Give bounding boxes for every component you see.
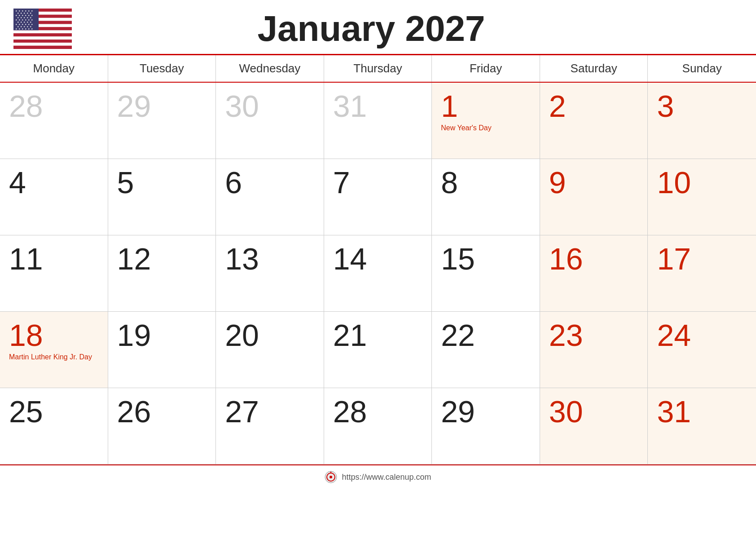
- day-cell: 1New Year's Day: [432, 83, 540, 159]
- calendar-grid: 282930311New Year's Day23456789101112131…: [0, 83, 756, 464]
- day-num: 16: [549, 243, 639, 274]
- day-cell: 8: [432, 159, 540, 235]
- day-num: 15: [441, 243, 531, 274]
- day-cell: 9: [540, 159, 648, 235]
- day-num: 31: [333, 91, 423, 121]
- day-num: 30: [225, 91, 315, 121]
- svg-rect-9: [13, 36, 72, 40]
- day-num: 23: [549, 320, 639, 350]
- header-friday: Friday: [432, 55, 540, 82]
- svg-rect-67: [330, 472, 331, 473]
- day-headers: Monday Tuesday Wednesday Thursday Friday…: [0, 55, 756, 83]
- day-cell: 15: [432, 235, 540, 312]
- day-num: 25: [9, 396, 99, 427]
- svg-rect-10: [13, 40, 72, 43]
- day-cell: 3: [648, 83, 756, 159]
- day-cell: 13: [216, 235, 324, 312]
- day-num: 8: [441, 167, 531, 198]
- day-num: 6: [225, 167, 315, 198]
- calenup-icon: [325, 471, 337, 483]
- day-num: 29: [117, 91, 207, 121]
- day-num: 2: [549, 91, 639, 121]
- month-title: January 2027: [72, 8, 743, 49]
- day-cell: 14: [324, 235, 432, 312]
- day-cell: 30: [216, 83, 324, 159]
- day-num: 9: [549, 167, 639, 198]
- day-num: 31: [657, 396, 747, 427]
- day-cell: 31: [648, 388, 756, 464]
- day-num: 30: [549, 396, 639, 427]
- day-cell: 27: [216, 388, 324, 464]
- day-num: 13: [225, 243, 315, 274]
- day-cell: 23: [540, 312, 648, 388]
- day-num: 19: [117, 320, 207, 350]
- day-num: 1: [441, 91, 531, 121]
- day-num: 28: [333, 396, 423, 427]
- day-cell: 26: [108, 388, 216, 464]
- svg-rect-8: [13, 33, 72, 36]
- day-cell: 19: [108, 312, 216, 388]
- day-num: 11: [9, 243, 99, 274]
- day-cell: 16: [540, 235, 648, 312]
- header-sunday: Sunday: [648, 55, 756, 82]
- day-cell: 29: [432, 388, 540, 464]
- day-cell: 24: [648, 312, 756, 388]
- day-num: 26: [117, 396, 207, 427]
- day-cell: 29: [108, 83, 216, 159]
- day-num: 12: [117, 243, 207, 274]
- svg-rect-12: [13, 46, 72, 49]
- day-cell: 31: [324, 83, 432, 159]
- day-cell: 30: [540, 388, 648, 464]
- header-tuesday: Tuesday: [108, 55, 216, 82]
- day-num: 10: [657, 167, 747, 198]
- calendar-footer: https://www.calenup.com: [0, 464, 756, 489]
- day-num: 28: [9, 91, 99, 121]
- header-wednesday: Wednesday: [216, 55, 324, 82]
- day-num: 22: [441, 320, 531, 350]
- footer-url: https://www.calenup.com: [342, 473, 431, 482]
- calendar-header: ★★★★★★ ★★★★★ ★★★★★★ ★★★★★ ★★★★★★ ★★★★★ ★…: [0, 0, 756, 55]
- day-num: 27: [225, 396, 315, 427]
- day-cell: 20: [216, 312, 324, 388]
- day-cell: 28: [324, 388, 432, 464]
- day-cell: 25: [0, 388, 108, 464]
- holiday-label: Martin Luther King Jr. Day: [9, 353, 99, 361]
- day-num: 3: [657, 91, 747, 121]
- day-cell: 11: [0, 235, 108, 312]
- day-cell: 22: [432, 312, 540, 388]
- svg-point-66: [330, 476, 332, 478]
- day-num: 17: [657, 243, 747, 274]
- day-cell: 12: [108, 235, 216, 312]
- holiday-label: New Year's Day: [441, 124, 531, 132]
- day-num: 20: [225, 320, 315, 350]
- day-cell: 28: [0, 83, 108, 159]
- day-num: 18: [9, 320, 99, 350]
- svg-rect-11: [13, 43, 72, 46]
- day-num: 14: [333, 243, 423, 274]
- day-cell: 7: [324, 159, 432, 235]
- day-cell: 10: [648, 159, 756, 235]
- day-cell: 6: [216, 159, 324, 235]
- day-cell: 4: [0, 159, 108, 235]
- day-num: 4: [9, 167, 99, 198]
- header-monday: Monday: [0, 55, 108, 82]
- header-thursday: Thursday: [324, 55, 432, 82]
- us-flag-icon: ★★★★★★ ★★★★★ ★★★★★★ ★★★★★ ★★★★★★ ★★★★★ ★…: [13, 9, 72, 49]
- day-num: 24: [657, 320, 747, 350]
- day-num: 29: [441, 396, 531, 427]
- header-saturday: Saturday: [540, 55, 648, 82]
- day-cell: 17: [648, 235, 756, 312]
- day-num: 5: [117, 167, 207, 198]
- svg-rect-7: [13, 30, 72, 33]
- day-cell: 18Martin Luther King Jr. Day: [0, 312, 108, 388]
- day-cell: 2: [540, 83, 648, 159]
- day-num: 21: [333, 320, 423, 350]
- day-cell: 5: [108, 159, 216, 235]
- calendar-wrapper: ★★★★★★ ★★★★★ ★★★★★★ ★★★★★ ★★★★★★ ★★★★★ ★…: [0, 0, 756, 535]
- day-cell: 21: [324, 312, 432, 388]
- day-num: 7: [333, 167, 423, 198]
